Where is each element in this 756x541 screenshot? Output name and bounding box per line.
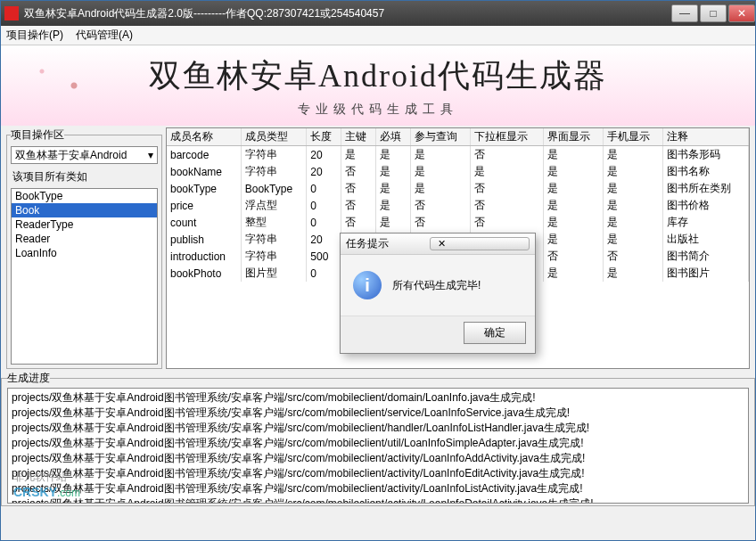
close-button[interactable]: ✕ [728,4,755,22]
table-row[interactable]: barcode字符串20是是是否是是图书条形码 [167,146,749,164]
class-list[interactable]: BookTypeBookReaderTypeReaderLoanInfo [11,188,158,365]
grid-header[interactable]: 主键 [341,128,376,146]
grid-header[interactable]: 界面显示 [543,128,603,146]
info-icon: i [353,271,382,299]
log-line: projects/双鱼林基于安卓Android图书管理系统/安卓客户端/src/… [12,496,744,504]
dialog-title: 任务提示 [346,236,430,251]
table-row[interactable]: bookTypeBookType0否是是否是是图书所在类别 [167,180,749,197]
log-line: projects/双鱼林基于安卓Android图书管理系统/安卓客户端/src/… [12,436,744,451]
menu-code[interactable]: 代码管理(A) [76,28,133,43]
app-window: 双鱼林安卓Android代码生成器2.0版---------作者QQ:28730… [0,0,756,541]
progress-panel: 生成进度 projects/双鱼林基于安卓Android图书管理系统/安卓客户端… [1,371,755,506]
banner-subtitle: 专业级代码生成工具 [298,102,458,118]
menu-project[interactable]: 项目操作(P) [6,28,63,43]
table-row[interactable]: count整型0否是否否是是库存 [167,214,749,231]
grid-header[interactable]: 必填 [376,128,411,146]
window-title: 双鱼林安卓Android代码生成器2.0版---------作者QQ:28730… [24,6,670,21]
project-panel: 项目操作区 双鱼林基于安卓Android 该项目所有类如 BookTypeBoo… [6,127,162,369]
dialog-titlebar[interactable]: 任务提示 ✕ [341,234,535,255]
log-line: projects/双鱼林基于安卓Android图书管理系统/安卓客户端/src/… [12,451,744,466]
log-output[interactable]: projects/双鱼林基于安卓Android图书管理系统/安卓客户端/src/… [7,388,749,504]
task-dialog: 任务提示 ✕ i 所有代码生成完毕! 确定 [340,233,536,354]
log-line: projects/双鱼林基于安卓Android图书管理系统/安卓客户端/src/… [12,466,744,481]
maximize-button[interactable]: □ [700,4,727,22]
log-line: projects/双鱼林基于安卓Android图书管理系统/安卓客户端/src/… [12,390,744,406]
log-line: projects/双鱼林基于安卓Android图书管理系统/安卓客户端/src/… [12,406,744,421]
banner-title: 双鱼林安卓Android代码生成器 [149,54,607,98]
app-icon [4,6,19,20]
progress-legend: 生成进度 [7,371,50,386]
titlebar[interactable]: 双鱼林安卓Android代码生成器2.0版---------作者QQ:28730… [1,1,755,26]
class-item[interactable]: Book [12,203,157,217]
grid-header[interactable]: 注释 [663,128,749,146]
log-line: projects/双鱼林基于安卓Android图书管理系统/安卓客户端/src/… [12,421,744,436]
class-item[interactable]: LoanInfo [12,246,157,260]
banner: 双鱼林安卓Android代码生成器 专业级代码生成工具 [1,45,755,126]
class-list-label: 该项目所有类如 [12,169,158,184]
class-item[interactable]: BookType [12,189,157,203]
project-panel-legend: 项目操作区 [11,127,64,143]
dialog-message: 所有代码生成完毕! [392,278,481,293]
grid-header[interactable]: 下拉框显示 [471,128,543,146]
grid-header[interactable]: 成员名称 [167,128,241,146]
class-item[interactable]: Reader [12,232,157,246]
project-dropdown[interactable]: 双鱼林基于安卓Android [11,146,158,164]
dialog-close-button[interactable]: ✕ [430,237,530,250]
log-line: projects/双鱼林基于安卓Android图书管理系统/安卓客户端/src/… [12,481,744,496]
grid-header[interactable]: 长度 [307,128,341,146]
table-row[interactable]: bookName字符串20否是是是是是图书名称 [167,163,749,180]
menubar: 项目操作(P) 代码管理(A) [1,26,755,45]
grid-header[interactable]: 成员类型 [241,128,307,146]
grid-header[interactable]: 手机显示 [604,128,663,146]
watermark: 非凡软件站 CRSKY.com [13,470,80,499]
class-item[interactable]: ReaderType [12,217,157,232]
grid-header[interactable]: 参与查询 [411,128,471,146]
table-row[interactable]: price浮点型0否是否否是是图书价格 [167,197,749,214]
dialog-ok-button[interactable]: 确定 [464,322,526,344]
minimize-button[interactable]: — [671,4,698,22]
